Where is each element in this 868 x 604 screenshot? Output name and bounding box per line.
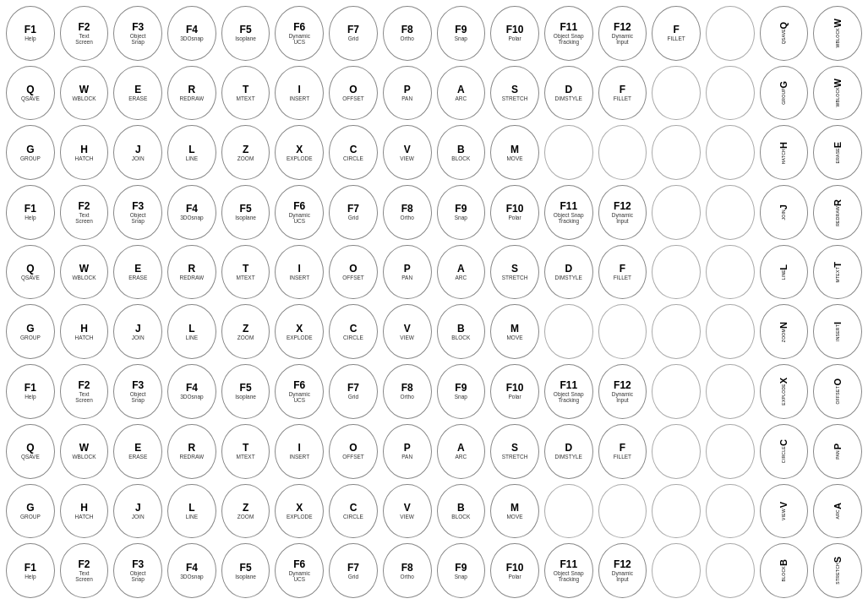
key-F8-0-7[interactable]: F8Ortho — [383, 6, 432, 61]
key-F2-3-1[interactable]: F2Text Screen — [60, 185, 109, 240]
key-F8-6-7[interactable]: F8Ortho — [383, 364, 432, 419]
key-F11-9-10[interactable]: F11Object Snap Tracking — [544, 543, 593, 598]
side-key-X-EXPLODE[interactable]: XEXPLODE — [760, 364, 809, 419]
key-F4-6-3[interactable]: F43DOsnap — [167, 364, 216, 419]
key-F1-3-0[interactable]: F1Help — [6, 185, 55, 240]
key-F12-3-11[interactable]: F12Dynamic Input — [598, 185, 647, 240]
side-key-H-HATCH[interactable]: HHATCH — [760, 125, 809, 180]
key-D-4-10[interactable]: DDIMSTYLE — [544, 245, 593, 300]
key-C-2-6[interactable]: CCIRCLE — [329, 125, 378, 180]
side-key-P-PAN[interactable]: PPAN — [813, 424, 862, 479]
key-F6-6-5[interactable]: F6Dynamic UCS — [275, 364, 324, 419]
key-F6-9-5[interactable]: F6Dynamic UCS — [275, 543, 324, 598]
key-Z-5-4[interactable]: ZZOOM — [221, 304, 270, 359]
key-T-1-4[interactable]: TMTEXT — [221, 66, 270, 121]
key-E-1-2[interactable]: EERASE — [113, 66, 162, 121]
key-F8-9-7[interactable]: F8Ortho — [383, 543, 432, 598]
key-F11-3-10[interactable]: F11Object Snap Tracking — [544, 185, 593, 240]
key-Q-1-0[interactable]: QQSAVE — [6, 66, 55, 121]
key-T-7-4[interactable]: TMTEXT — [221, 424, 270, 479]
side-key-E-ERASE[interactable]: EERASE — [813, 125, 862, 180]
key-D-7-10[interactable]: DDIMSTYLE — [544, 424, 593, 479]
key-F2-9-1[interactable]: F2Text Screen — [60, 543, 109, 598]
key-H-2-1[interactable]: HHATCH — [60, 125, 109, 180]
side-key-V-VIEW[interactable]: VVIEW — [760, 484, 809, 539]
key-W-7-1[interactable]: WWBLOCK — [60, 424, 109, 479]
key-V-8-7[interactable]: VVIEW — [383, 484, 432, 539]
side-key-W-WBLOCK[interactable]: WWBLOCK — [813, 66, 862, 121]
key-E-7-2[interactable]: EERASE — [113, 424, 162, 479]
key-F9-0-8[interactable]: F9Snap — [437, 6, 486, 61]
key-C-8-6[interactable]: CCIRCLE — [329, 484, 378, 539]
key-O-1-6[interactable]: OOFFSET — [329, 66, 378, 121]
key-F4-3-3[interactable]: F43DOsnap — [167, 185, 216, 240]
key-E-4-2[interactable]: EERASE — [113, 245, 162, 300]
key-A-4-8[interactable]: AARC — [437, 245, 486, 300]
key-A-7-8[interactable]: AARC — [437, 424, 486, 479]
key-F5-0-4[interactable]: F5Isoplane — [221, 6, 270, 61]
key-M-8-9[interactable]: MMOVE — [490, 484, 539, 539]
key-F10-0-9[interactable]: F10Polar — [490, 6, 539, 61]
key-F7-3-6[interactable]: F7Grid — [329, 185, 378, 240]
key-G-8-0[interactable]: GGROUP — [6, 484, 55, 539]
key-F12-0-11[interactable]: F12Dynamic Input — [598, 6, 647, 61]
key-O-7-6[interactable]: OOFFSET — [329, 424, 378, 479]
key-R-4-3[interactable]: RREDRAW — [167, 245, 216, 300]
key-F10-3-9[interactable]: F10Polar — [490, 185, 539, 240]
key-F7-9-6[interactable]: F7Grid — [329, 543, 378, 598]
key-V-2-7[interactable]: VVIEW — [383, 125, 432, 180]
key-F-1-11[interactable]: FFILLET — [598, 66, 647, 121]
key-O-4-6[interactable]: OOFFSET — [329, 245, 378, 300]
key-J-5-2[interactable]: JJOIN — [113, 304, 162, 359]
key-L-5-3[interactable]: LLINE — [167, 304, 216, 359]
key-F6-3-5[interactable]: F6Dynamic UCS — [275, 185, 324, 240]
key-I-4-5[interactable]: IINSERT — [275, 245, 324, 300]
side-key-C-CIRCLE[interactable]: CCIRCLE — [760, 424, 809, 479]
key-F9-3-8[interactable]: F9Snap — [437, 185, 486, 240]
key-F4-9-3[interactable]: F43DOsnap — [167, 543, 216, 598]
key-F3-3-2[interactable]: F3Object Snap — [113, 185, 162, 240]
key-F1-0-0[interactable]: F1Help — [6, 6, 55, 61]
side-key-N-ZOOM[interactable]: NZOOM — [760, 304, 809, 359]
side-key-O-OFFSET[interactable]: OOFFSET — [813, 364, 862, 419]
key-X-8-5[interactable]: XEXPLODE — [275, 484, 324, 539]
key-F9-6-8[interactable]: F9Snap — [437, 364, 486, 419]
key-Q-7-0[interactable]: QQSAVE — [6, 424, 55, 479]
key-F8-3-7[interactable]: F8Ortho — [383, 185, 432, 240]
key-F1-9-0[interactable]: F1Help — [6, 543, 55, 598]
key-L-2-3[interactable]: LLINE — [167, 125, 216, 180]
key-Q-4-0[interactable]: QQSAVE — [6, 245, 55, 300]
key-H-8-1[interactable]: HHATCH — [60, 484, 109, 539]
key-G-2-0[interactable]: GGROUP — [6, 125, 55, 180]
key-M-5-9[interactable]: MMOVE — [490, 304, 539, 359]
side-key-I-INSERT[interactable]: IINSERT — [813, 304, 862, 359]
key-F2-0-1[interactable]: F2Text Screen — [60, 6, 109, 61]
key-I-1-5[interactable]: IINSERT — [275, 66, 324, 121]
key-F3-0-2[interactable]: F3Object Snap — [113, 6, 162, 61]
key-B-5-8[interactable]: BBLOCK — [437, 304, 486, 359]
key-R-1-3[interactable]: RREDRAW — [167, 66, 216, 121]
key-F6-0-5[interactable]: F6Dynamic UCS — [275, 6, 324, 61]
key-I-7-5[interactable]: IINSERT — [275, 424, 324, 479]
key-T-4-4[interactable]: TMTEXT — [221, 245, 270, 300]
key-F7-0-6[interactable]: F7Grid — [329, 6, 378, 61]
key-V-5-7[interactable]: VVIEW — [383, 304, 432, 359]
side-key-G-GROUP[interactable]: GGROUP — [760, 66, 809, 121]
side-key-S-STRETCH[interactable]: SSTRETCH — [813, 543, 862, 598]
key-X-2-5[interactable]: XEXPLODE — [275, 125, 324, 180]
key-P-1-7[interactable]: PPAN — [383, 66, 432, 121]
key-S-7-9[interactable]: SSTRETCH — [490, 424, 539, 479]
key-Z-2-4[interactable]: ZZOOM — [221, 125, 270, 180]
key-G-5-0[interactable]: GGROUP — [6, 304, 55, 359]
side-key-B-BLOCK[interactable]: BBLOCK — [760, 543, 809, 598]
side-key-A-ARC[interactable]: AARC — [813, 484, 862, 539]
side-key-W-WBLOCK[interactable]: WWBLOCK — [813, 6, 862, 61]
key-F11-6-10[interactable]: F11Object Snap Tracking — [544, 364, 593, 419]
key-F-7-11[interactable]: FFILLET — [598, 424, 647, 479]
side-key-Q-QSAVE[interactable]: QQSAVE — [760, 6, 809, 61]
side-key-R-REDRAW[interactable]: RREDRAW — [813, 185, 862, 240]
key-P-7-7[interactable]: PPAN — [383, 424, 432, 479]
key-F10-9-9[interactable]: F10Polar — [490, 543, 539, 598]
key-J-2-2[interactable]: JJOIN — [113, 125, 162, 180]
key-F9-9-8[interactable]: F9Snap — [437, 543, 486, 598]
